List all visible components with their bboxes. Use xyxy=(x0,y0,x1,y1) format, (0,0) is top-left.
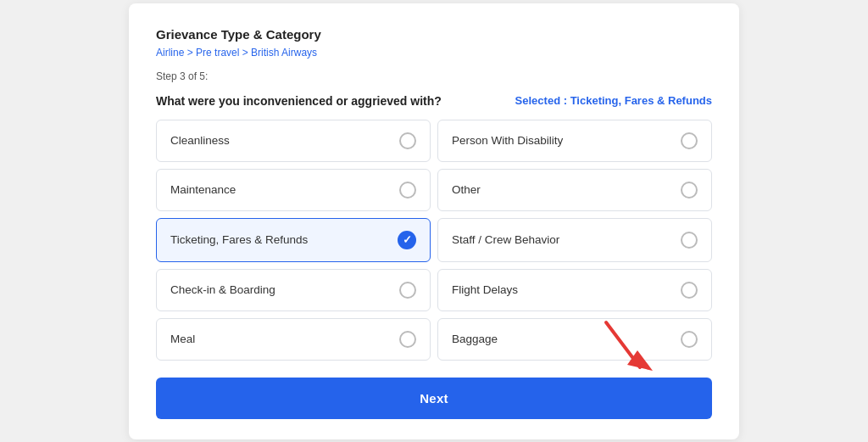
breadcrumb-pre-travel[interactable]: Pre travel xyxy=(196,47,239,59)
option-checkin[interactable]: Check-in & Boarding xyxy=(156,269,431,311)
option-meal[interactable]: Meal xyxy=(156,318,431,361)
radio-cleanliness xyxy=(399,132,416,149)
bottom-section: Next xyxy=(156,378,712,419)
option-staff[interactable]: Staff / Crew Behavior xyxy=(437,218,712,262)
question-row: What were you inconvenienced or aggrieve… xyxy=(156,94,712,108)
option-baggage-label: Baggage xyxy=(452,333,498,345)
breadcrumb-sep2: > xyxy=(242,47,251,59)
next-button[interactable]: Next xyxy=(156,378,712,419)
option-other-label: Other xyxy=(452,183,481,196)
radio-baggage xyxy=(681,331,698,348)
radio-other xyxy=(681,182,698,199)
main-card: Grievance Type & Category Airline > Pre … xyxy=(129,3,739,439)
selected-prefix: Selected : xyxy=(515,94,567,107)
breadcrumb: Airline > Pre travel > British Airways xyxy=(156,47,712,59)
option-staff-label: Staff / Crew Behavior xyxy=(452,233,559,246)
radio-flight-delays xyxy=(681,282,698,299)
question-label: What were you inconvenienced or aggrieve… xyxy=(156,94,442,108)
option-maintenance-label: Maintenance xyxy=(170,183,236,196)
option-person-disability[interactable]: Person With Disability xyxy=(437,120,712,162)
option-meal-label: Meal xyxy=(170,333,195,345)
option-cleanliness[interactable]: Cleanliness xyxy=(156,120,431,162)
selected-info: Selected : Ticketing, Fares & Refunds xyxy=(515,94,712,107)
checkmark-ticketing xyxy=(398,231,416,249)
option-ticketing[interactable]: Ticketing, Fares & Refunds xyxy=(156,218,431,262)
breadcrumb-airline[interactable]: Airline xyxy=(156,47,184,59)
option-maintenance[interactable]: Maintenance xyxy=(156,169,431,211)
option-flight-delays[interactable]: Flight Delays xyxy=(437,269,712,311)
option-ticketing-label: Ticketing, Fares & Refunds xyxy=(170,233,308,246)
options-grid: Cleanliness Person With Disability Maint… xyxy=(156,120,712,361)
option-flight-delays-label: Flight Delays xyxy=(452,283,518,296)
selected-value: Ticketing, Fares & Refunds xyxy=(570,94,712,107)
option-checkin-label: Check-in & Boarding xyxy=(170,283,275,296)
radio-maintenance xyxy=(399,182,416,199)
option-other[interactable]: Other xyxy=(437,169,712,211)
option-person-disability-label: Person With Disability xyxy=(452,134,563,147)
option-baggage[interactable]: Baggage xyxy=(437,318,712,361)
section-title: Grievance Type & Category xyxy=(156,27,712,42)
breadcrumb-sep1: > xyxy=(187,47,196,59)
radio-checkin xyxy=(399,282,416,299)
radio-meal xyxy=(399,331,416,348)
option-cleanliness-label: Cleanliness xyxy=(170,134,230,147)
step-label: Step 3 of 5: xyxy=(156,70,712,82)
radio-staff xyxy=(681,232,698,249)
breadcrumb-british-airways[interactable]: British Airways xyxy=(251,47,317,59)
radio-person-disability xyxy=(681,132,698,149)
